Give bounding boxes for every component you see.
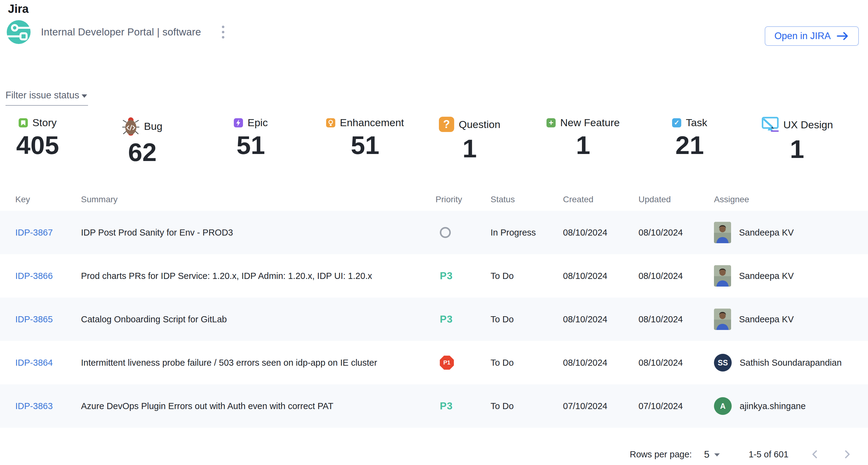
avatar [714,222,731,243]
plus-icon: + [547,118,556,127]
priority-p3-icon: P3 [440,400,453,412]
column-header-assignee: Assignee [714,195,868,204]
table-header-row: Key Summary Priority Status Created Upda… [0,188,868,211]
issue-summary: IDP Post Prod Sanity for Env - PROD3 [81,228,436,238]
chevron-down-icon [714,454,720,457]
column-header-key: Key [15,195,81,204]
issue-key-link[interactable]: IDP-3863 [15,401,81,411]
column-header-created: Created [563,195,639,204]
chevron-left-icon [811,450,818,459]
issue-created-date: 07/10/2024 [563,401,639,411]
avatar: SS [714,354,732,371]
column-header-status: Status [491,195,563,204]
priority-p3-icon: P3 [440,313,453,325]
stat-count: 21 [676,132,704,158]
stat-count: 62 [128,139,156,165]
issue-updated-date: 08/10/2024 [639,271,714,281]
issue-created-date: 08/10/2024 [563,271,639,281]
issue-type-stats: Story 405 Bu [0,117,868,181]
issue-updated-date: 08/10/2024 [639,314,714,325]
issue-updated-date: 07/10/2024 [639,401,714,411]
issue-key-link[interactable]: IDP-3866 [15,271,81,281]
assignee-name: Sandeepa KV [739,228,794,238]
issue-summary: Azure DevOps Plugin Errors out with Auth… [81,401,436,411]
stat-new-feature: + New Feature 1 [547,117,620,158]
issue-updated-date: 08/10/2024 [639,228,714,238]
stat-ux-design: UX Design 1 [761,117,833,162]
issue-status: In Progress [491,228,563,238]
issue-key-link[interactable]: IDP-3865 [15,314,81,325]
assignee-name: Sandeepa KV [739,314,794,325]
assignee-cell: A ajinkya.shingane [714,397,868,415]
table-row: IDP-3866 Prod charts PRs for IDP Service… [0,254,868,298]
chevron-down-icon [82,94,87,98]
pagination-range: 1-5 of 601 [748,450,788,460]
stat-label: Story [32,117,57,129]
stat-label: Bug [144,120,163,132]
filter-issue-status-dropdown[interactable]: Filter issue status [5,90,88,106]
stat-label: Enhancement [340,117,404,129]
open-in-jira-button[interactable]: Open in JIRA [765,26,859,46]
chevron-right-icon [843,450,851,459]
column-header-updated: Updated [639,195,714,204]
stat-label: Task [686,117,707,129]
arrow-right-icon [837,32,849,40]
table-row: IDP-3863 Azure DevOps Plugin Errors out … [0,384,868,428]
issue-created-date: 08/10/2024 [563,314,639,325]
stat-label: UX Design [783,119,833,131]
checkbox-icon: ✓ [672,118,681,127]
assignee-cell: Sandeepa KV [714,308,868,330]
stat-bug: Bug 62 [122,117,163,165]
assignee-cell: SS Sathish Soundarapandian [714,354,868,371]
stat-count: 51 [237,132,265,158]
avatar [714,265,731,287]
kebab-menu-icon[interactable] [219,23,227,41]
issue-key-link[interactable]: IDP-3867 [15,228,81,238]
filter-issue-status-label: Filter issue status [5,90,79,101]
lightbulb-icon [326,118,335,127]
issue-status: To Do [491,401,563,411]
stat-count: 1 [576,132,590,158]
table-pagination: Rows per page: 5 1-5 of 601 [630,443,853,465]
issue-key-link[interactable]: IDP-3864 [15,358,81,368]
stat-question: ? Question 1 [439,117,500,161]
rows-per-page-select[interactable]: 5 [704,449,720,460]
table-row: IDP-3865 Catalog Onboarding Script for G… [0,298,868,341]
issue-updated-date: 08/10/2024 [639,358,714,368]
issue-status: To Do [491,314,563,325]
rows-per-page-value: 5 [704,449,710,460]
assignee-name: Sathish Soundarapandian [740,358,842,368]
next-page-button[interactable] [841,447,853,462]
assignee-cell: Sandeepa KV [714,222,868,243]
monitor-brush-icon [761,117,779,133]
project-header: Internal Developer Portal | software [7,20,227,44]
question-mark-icon: ? [439,117,454,132]
issue-summary: Catalog Onboarding Script for GitLab [81,314,436,325]
avatar: A [714,397,732,415]
issue-status: To Do [491,358,563,368]
issue-status: To Do [491,271,563,281]
priority-p3-icon: P3 [440,270,453,282]
column-header-summary: Summary [81,195,436,204]
bookmark-icon [19,118,28,127]
stat-label: Epic [248,117,268,129]
open-in-jira-label: Open in JIRA [774,31,831,41]
stat-enhancement: Enhancement 51 [326,117,404,158]
stat-count: 51 [351,132,379,158]
assignee-name: Sandeepa KV [739,271,794,281]
stat-task: ✓ Task 21 [672,117,707,158]
previous-page-button[interactable] [809,447,821,462]
issue-summary: Prod charts PRs for IDP Service: 1.20.x,… [81,271,436,281]
assignee-cell: Sandeepa KV [714,265,868,287]
lightning-icon [234,118,243,127]
issue-summary: Intermittent liveness probe failure / 50… [81,358,436,368]
issue-created-date: 08/10/2024 [563,228,639,238]
stat-epic: Epic 51 [234,117,268,158]
stat-story: Story 405 [16,117,59,158]
project-name: Internal Developer Portal | software [41,26,201,38]
stat-count: 1 [462,136,477,161]
issue-created-date: 08/10/2024 [563,358,639,368]
avatar [714,308,731,330]
priority-p1-icon: P1 [440,356,454,370]
beetle-icon [122,117,140,136]
